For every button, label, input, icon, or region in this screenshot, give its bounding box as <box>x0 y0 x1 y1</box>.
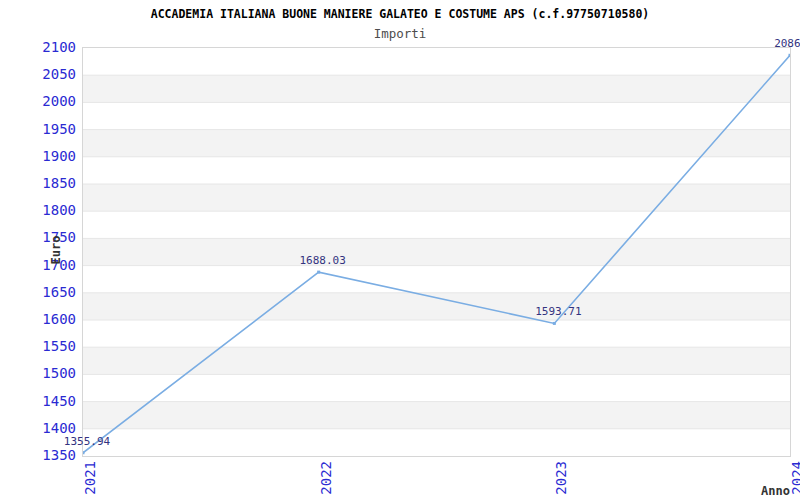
x-tick-label: 2024 <box>790 461 800 495</box>
chart-canvas: ACCADEMIA ITALIANA BUONE MANIERE GALATEO… <box>0 0 800 500</box>
y-tick-label: 1950 <box>30 121 76 137</box>
chart-title: ACCADEMIA ITALIANA BUONE MANIERE GALATEO… <box>0 7 800 21</box>
data-point-label: 1355.94 <box>27 435 147 448</box>
x-tick-label: 2021 <box>83 461 97 495</box>
data-point-marker <box>82 451 85 454</box>
y-tick-label: 1350 <box>30 447 76 463</box>
x-tick-label: 2022 <box>319 461 333 495</box>
y-tick-label: 1800 <box>30 202 76 218</box>
plot-band <box>83 347 790 374</box>
data-point-marker <box>317 271 320 274</box>
data-point-label: 2086.6 <box>734 37 800 50</box>
y-tick-label: 1850 <box>30 175 76 191</box>
plot-band <box>83 238 790 265</box>
y-tick-label: 1900 <box>30 148 76 164</box>
y-tick-label: 2100 <box>30 39 76 55</box>
plot-area <box>82 47 791 457</box>
y-tick-label: 1400 <box>30 420 76 436</box>
plot-band <box>83 402 790 429</box>
chart-subtitle: Importi <box>0 26 800 41</box>
data-point-label: 1593.71 <box>498 305 618 318</box>
plot-band <box>83 293 790 320</box>
x-axis-label: Anno <box>702 484 790 498</box>
y-tick-label: 1450 <box>30 393 76 409</box>
data-point-label: 1688.03 <box>263 254 383 267</box>
y-tick-label: 2000 <box>30 93 76 109</box>
y-tick-label: 1600 <box>30 311 76 327</box>
x-tick-label: 2023 <box>554 461 568 495</box>
y-tick-label: 1500 <box>30 365 76 381</box>
y-tick-label: 1650 <box>30 284 76 300</box>
plot-band <box>83 130 790 157</box>
plot-band <box>83 75 790 102</box>
data-point-marker <box>553 322 556 325</box>
y-axis-label: Euro <box>49 236 63 265</box>
y-tick-label: 2050 <box>30 66 76 82</box>
data-point-marker <box>789 54 792 57</box>
y-tick-label: 1550 <box>30 338 76 354</box>
plot-band <box>83 184 790 211</box>
